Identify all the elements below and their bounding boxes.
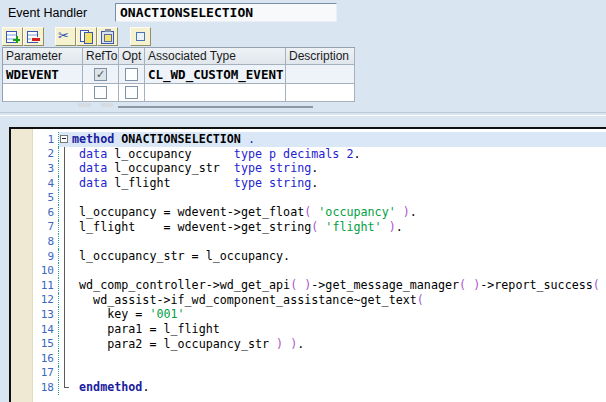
line-number: 16 bbox=[33, 351, 59, 366]
fold-line bbox=[59, 366, 72, 381]
opt-checkbox[interactable] bbox=[125, 86, 138, 99]
copy-icon bbox=[79, 30, 94, 43]
table-toolbar: ✂ bbox=[2, 27, 151, 47]
display-block-button[interactable] bbox=[130, 27, 151, 46]
clipped-row-decoration bbox=[78, 103, 91, 107]
code-line[interactable]: 3 data l_occupancy_str type string. bbox=[33, 161, 606, 176]
fold-line bbox=[59, 263, 72, 278]
fold-line bbox=[59, 176, 72, 191]
paste-icon bbox=[100, 30, 115, 43]
code-text: data l_occupancy_str type string. bbox=[72, 161, 318, 175]
code-line[interactable]: 16 bbox=[33, 351, 606, 366]
fold-line bbox=[59, 307, 72, 322]
column-header: Description bbox=[286, 48, 355, 65]
code-line[interactable]: 1method ONACTIONSELECTION . bbox=[33, 132, 606, 147]
line-number: 18 bbox=[33, 380, 59, 395]
refto-checkbox[interactable]: ✓ bbox=[83, 65, 119, 84]
code-text: method ONACTIONSELECTION . bbox=[72, 132, 255, 146]
cut-button[interactable]: ✂ bbox=[55, 27, 76, 46]
code-line[interactable]: 6 l_occupancy = wdevent->get_float( 'occ… bbox=[33, 205, 606, 220]
line-number: 15 bbox=[33, 336, 59, 351]
fold-line bbox=[59, 322, 72, 337]
table-row bbox=[3, 84, 355, 102]
parameter-cell[interactable]: WDEVENT bbox=[3, 65, 83, 84]
column-header: Opt bbox=[119, 48, 145, 65]
line-number: 1 bbox=[33, 132, 59, 147]
refto-checkbox[interactable] bbox=[94, 86, 107, 99]
description-cell[interactable] bbox=[286, 84, 355, 102]
code-text: l_flight = wdevent->get_string( 'flight'… bbox=[72, 220, 403, 234]
event-handler-input[interactable] bbox=[115, 3, 337, 22]
opt-checkbox[interactable] bbox=[119, 84, 145, 102]
paste-button[interactable] bbox=[97, 27, 118, 46]
column-header: Parameter bbox=[3, 48, 83, 65]
table-edge-line bbox=[118, 106, 313, 108]
section-divider bbox=[0, 112, 606, 116]
line-number: 5 bbox=[33, 190, 59, 205]
code-text: wd_comp_controller->wd_get_api( )->get_m… bbox=[72, 278, 600, 292]
fold-collapse-icon[interactable] bbox=[59, 132, 72, 147]
code-text: data l_flight type string. bbox=[72, 176, 318, 190]
insert-row-button[interactable] bbox=[2, 27, 23, 46]
line-number: 14 bbox=[33, 322, 59, 337]
code-text: key = '001' bbox=[72, 307, 185, 321]
line-number: 9 bbox=[33, 249, 59, 264]
fold-line bbox=[59, 205, 72, 220]
column-header: Associated Type bbox=[145, 48, 286, 65]
code-line[interactable]: 10 bbox=[33, 263, 606, 278]
line-number: 6 bbox=[33, 205, 59, 220]
code-line[interactable]: 2 data l_occupancy type p decimals 2. bbox=[33, 147, 606, 162]
code-text: para2 = l_occupancy_str ) ). bbox=[72, 337, 304, 351]
fold-line bbox=[59, 351, 72, 366]
code-line[interactable]: 5 bbox=[33, 190, 606, 205]
refto-checkbox[interactable] bbox=[83, 84, 119, 102]
fold-line bbox=[59, 190, 72, 205]
abap-code-editor[interactable]: 1method ONACTIONSELECTION .2 data l_occu… bbox=[9, 127, 606, 402]
associated-type-cell[interactable]: CL_WD_CUSTOM_EVENT bbox=[145, 65, 286, 84]
code-line[interactable]: 11 wd_comp_controller->wd_get_api( )->ge… bbox=[33, 278, 606, 293]
delete-row-button[interactable] bbox=[23, 27, 44, 46]
code-line[interactable]: 18 endmethod. bbox=[33, 380, 606, 395]
insert-row-icon bbox=[5, 30, 20, 43]
refto-checkbox[interactable]: ✓ bbox=[94, 68, 107, 81]
fold-line bbox=[59, 220, 72, 235]
editor-margin bbox=[11, 129, 33, 402]
fold-line bbox=[59, 147, 72, 162]
code-text: endmethod. bbox=[72, 380, 149, 394]
code-text: para1 = l_flight bbox=[72, 322, 220, 336]
code-line[interactable]: 14 para1 = l_flight bbox=[33, 322, 606, 337]
opt-checkbox[interactable] bbox=[125, 68, 138, 81]
code-text: l_occupancy = wdevent->get_float( 'occup… bbox=[72, 205, 417, 219]
description-cell[interactable] bbox=[286, 65, 355, 84]
code-text: l_occupancy_str = l_occupancy. bbox=[72, 249, 290, 263]
associated-type-cell[interactable] bbox=[145, 84, 286, 102]
line-number: 13 bbox=[33, 307, 59, 322]
line-number: 2 bbox=[33, 147, 59, 162]
display-block-icon bbox=[133, 30, 148, 43]
fold-line bbox=[59, 249, 72, 264]
code-text: wd_assist->if_wd_component_assistance~ge… bbox=[72, 293, 424, 307]
code-line[interactable]: 4 data l_flight type string. bbox=[33, 176, 606, 191]
code-line[interactable]: 15 para2 = l_occupancy_str ) ). bbox=[33, 336, 606, 351]
column-header: RefTo bbox=[83, 48, 119, 65]
line-number: 10 bbox=[33, 263, 59, 278]
fold-end-mark bbox=[59, 380, 72, 395]
code-line[interactable]: 7 l_flight = wdevent->get_string( 'fligh… bbox=[33, 220, 606, 235]
line-number: 7 bbox=[33, 220, 59, 235]
code-region[interactable]: 1method ONACTIONSELECTION .2 data l_occu… bbox=[33, 129, 606, 402]
copy-button[interactable] bbox=[76, 27, 97, 46]
code-line[interactable]: 8 bbox=[33, 234, 606, 249]
code-line[interactable]: 9 l_occupancy_str = l_occupancy. bbox=[33, 249, 606, 264]
fold-line bbox=[59, 278, 72, 293]
code-line[interactable]: 17 bbox=[33, 366, 606, 381]
code-line[interactable]: 12 wd_assist->if_wd_component_assistance… bbox=[33, 293, 606, 308]
code-line[interactable]: 13 key = '001' bbox=[33, 307, 606, 322]
line-number: 4 bbox=[33, 176, 59, 191]
opt-checkbox[interactable] bbox=[119, 65, 145, 84]
fold-line bbox=[59, 336, 72, 351]
line-number: 8 bbox=[33, 234, 59, 249]
cut-icon: ✂ bbox=[58, 30, 73, 43]
table-row: WDEVENT✓CL_WD_CUSTOM_EVENT bbox=[3, 65, 355, 84]
parameter-cell[interactable] bbox=[3, 84, 83, 102]
sap-event-handler-screen: Event Handler ✂ ParameterRefToOptAssocia… bbox=[0, 0, 606, 402]
